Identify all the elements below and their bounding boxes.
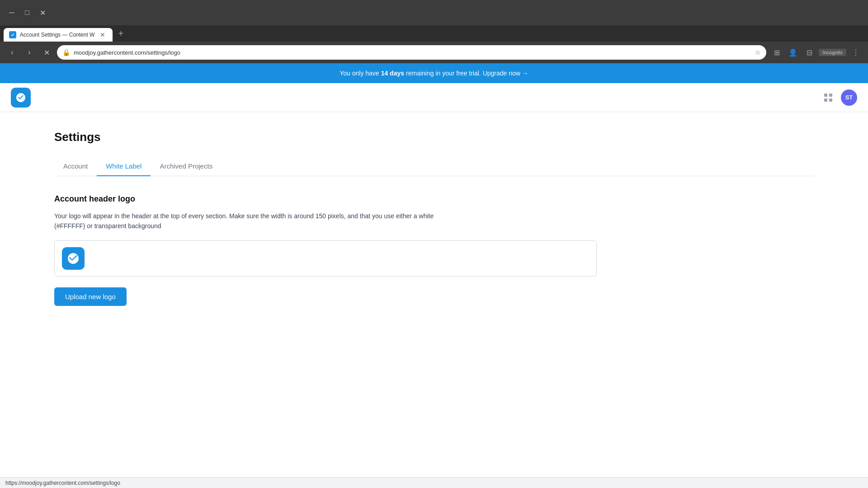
profile-icon[interactable]: 👤 xyxy=(786,46,800,59)
svg-rect-3 xyxy=(829,99,832,102)
window-close-button[interactable]: ✕ xyxy=(36,6,49,19)
section-description: Your logo will appear in the header at t… xyxy=(54,211,461,231)
status-url: https://moodjoy.gathercontent.com/settin… xyxy=(5,480,120,486)
split-view-icon[interactable]: ⊟ xyxy=(802,46,816,59)
nav-back-button[interactable]: ‹ xyxy=(5,46,19,59)
browser-window-controls: ─ □ ✕ xyxy=(0,0,868,25)
window-buttons[interactable]: ─ □ ✕ xyxy=(5,6,49,19)
upload-logo-button[interactable]: Upload new logo xyxy=(54,287,127,306)
tab-bar: ✓ Account Settings — Content W ✕ + xyxy=(0,25,868,42)
logo-svg xyxy=(14,91,27,104)
section-title: Account header logo xyxy=(54,194,814,204)
active-tab[interactable]: ✓ Account Settings — Content W ✕ xyxy=(4,28,113,42)
svg-rect-0 xyxy=(824,94,827,97)
svg-rect-1 xyxy=(829,94,832,97)
bookmark-icon[interactable]: ☆ xyxy=(755,49,761,56)
user-avatar[interactable]: ST xyxy=(841,89,857,106)
window-minimize-button[interactable]: ─ xyxy=(5,6,18,19)
tab-title: Account Settings — Content W xyxy=(20,32,94,38)
tab-close-button[interactable]: ✕ xyxy=(98,30,107,39)
tab-account[interactable]: Account xyxy=(54,157,97,176)
grid-svg xyxy=(823,93,833,103)
grid-icon[interactable] xyxy=(821,90,835,105)
logo-preview-icon xyxy=(62,247,85,270)
extensions-icon[interactable]: ⊞ xyxy=(770,46,783,59)
svg-rect-2 xyxy=(824,99,827,102)
lock-icon: 🔒 xyxy=(62,49,70,56)
trial-days: 14 days xyxy=(381,70,404,77)
logo-preview-svg xyxy=(66,251,80,266)
tab-favicon: ✓ xyxy=(9,31,16,38)
browser-toolbar: ⊞ 👤 ⊟ Incognito ⋮ xyxy=(770,46,863,59)
trial-text-post: remaining in your free trial. Upgrade no… xyxy=(406,70,528,77)
status-bar: https://moodjoy.gathercontent.com/settin… xyxy=(0,477,868,488)
window-maximize-button[interactable]: □ xyxy=(21,6,33,19)
trial-upgrade-link[interactable]: remaining in your free trial. Upgrade no… xyxy=(406,70,528,77)
header-right: ST xyxy=(821,89,857,106)
settings-tabs: Account White Label Archived Projects xyxy=(54,157,814,176)
address-bar[interactable]: 🔒 moodjoy.gathercontent.com/settings/log… xyxy=(57,45,766,60)
app-wrapper: You only have 14 days remaining in your … xyxy=(0,63,868,324)
address-bar-row: ‹ › ✕ 🔒 moodjoy.gathercontent.com/settin… xyxy=(0,42,868,63)
logo-preview-box xyxy=(54,240,597,277)
page-title: Settings xyxy=(54,130,814,144)
app-header: ST xyxy=(0,83,868,112)
url-text: moodjoy.gathercontent.com/settings/logo xyxy=(74,49,751,56)
trial-banner: You only have 14 days remaining in your … xyxy=(0,63,868,83)
nav-forward-button[interactable]: › xyxy=(23,46,36,59)
incognito-badge: Incognito xyxy=(819,49,846,56)
app-logo[interactable] xyxy=(11,88,31,108)
tab-white-label[interactable]: White Label xyxy=(97,157,151,176)
trial-text-pre: You only have xyxy=(340,70,379,77)
nav-refresh-button[interactable]: ✕ xyxy=(40,46,53,59)
main-content: Settings Account White Label Archived Pr… xyxy=(0,112,868,324)
tab-archived-projects[interactable]: Archived Projects xyxy=(151,157,222,176)
browser-menu-button[interactable]: ⋮ xyxy=(849,46,863,59)
new-tab-button[interactable]: + xyxy=(114,27,127,40)
